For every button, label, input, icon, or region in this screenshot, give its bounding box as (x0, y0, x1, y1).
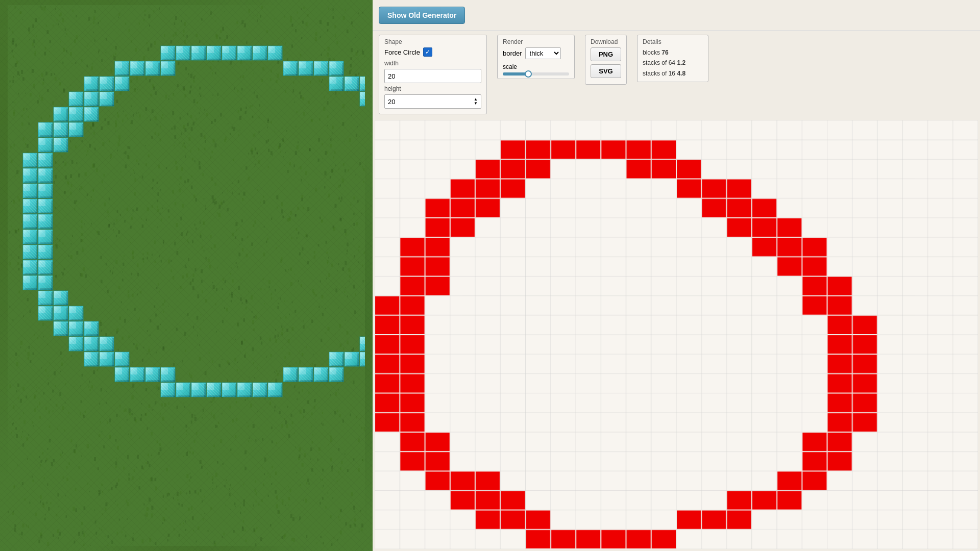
height-value: 20 (388, 98, 395, 106)
top-bar: Show Old Generator (373, 0, 980, 31)
force-circle-row: Force Circle ✓ (384, 47, 481, 57)
blocks-label: blocks (643, 49, 660, 56)
download-group-label: Download (591, 38, 621, 45)
download-png-button[interactable]: PNG (591, 47, 621, 61)
details-blocks-row: blocks 76 (643, 47, 703, 58)
scale-slider-fill (503, 72, 526, 76)
details-stacks16-row: stacks of 16 4.8 (643, 68, 703, 79)
border-label: border (503, 49, 522, 57)
shape-group: Shape Force Circle ✓ width height 20 ▲ ▼ (379, 35, 487, 114)
show-old-generator-button[interactable]: Show Old Generator (379, 7, 465, 24)
stacks64-value: 1.2 (677, 59, 685, 66)
right-panel: Show Old Generator Shape Force Circle ✓ … (373, 0, 980, 551)
pixel-grid-canvas[interactable] (375, 120, 978, 549)
scale-label: scale (503, 63, 569, 70)
preview-panel (0, 0, 373, 551)
scale-slider-thumb[interactable] (525, 70, 532, 78)
minecraft-preview (8, 5, 365, 546)
height-input-container: 20 ▲ ▼ (384, 94, 481, 109)
force-circle-checkbox[interactable]: ✓ (423, 47, 432, 57)
width-field-row: width (384, 60, 481, 83)
download-group: Download PNG SVG (585, 35, 627, 85)
controls-row: Shape Force Circle ✓ width height 20 ▲ ▼ (373, 31, 980, 118)
render-group-label: Render (503, 38, 569, 45)
blocks-value: 76 (662, 49, 668, 56)
stacks64-label: stacks of 64 (643, 59, 675, 66)
stacks16-label: stacks of 16 (643, 70, 675, 77)
stacks16-value: 4.8 (677, 70, 685, 77)
height-field-row: height 20 ▲ ▼ (384, 85, 481, 109)
scale-slider-track (503, 72, 569, 76)
height-down-arrow[interactable]: ▼ (474, 102, 478, 106)
height-label: height (384, 85, 481, 92)
width-input[interactable] (384, 69, 481, 83)
width-label: width (384, 60, 481, 67)
force-circle-label: Force Circle (384, 48, 420, 56)
height-spinners[interactable]: ▲ ▼ (474, 97, 478, 106)
details-stacks64-row: stacks of 64 1.2 (643, 58, 703, 68)
border-select[interactable]: thin thick none (525, 47, 561, 59)
render-group: Render border thin thick none scale (497, 35, 575, 79)
border-row: border thin thick none (503, 47, 569, 59)
shape-group-label: Shape (384, 38, 481, 45)
download-svg-button[interactable]: SVG (591, 64, 621, 78)
grid-area (373, 118, 980, 551)
details-group: Details blocks 76 stacks of 64 1.2 stack… (637, 35, 708, 82)
details-group-label: Details (643, 38, 703, 45)
